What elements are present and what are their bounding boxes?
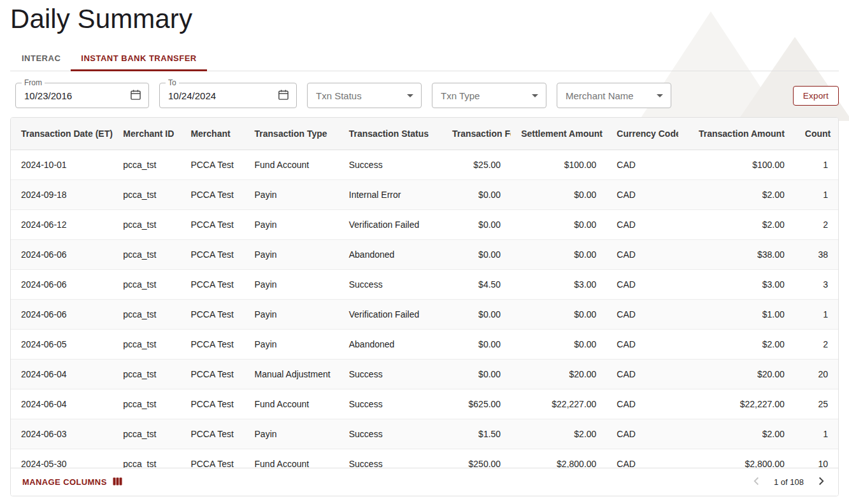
cell-currency-code: CAD [606, 329, 678, 359]
column-header-transaction-amount: Transaction Amount [678, 118, 795, 150]
cell-settlement-amount: $0.00 [511, 239, 606, 269]
cell-currency-code: CAD [606, 449, 678, 468]
cell-transaction-fee: $1.50 [442, 419, 511, 449]
cell-transaction-amount: $2.00 [678, 179, 795, 209]
column-header-transaction-date-et: Transaction Date (ET) [11, 118, 113, 150]
cell-transaction-type: Payin [245, 419, 339, 449]
cell-transaction-status: Abandoned [339, 239, 442, 269]
from-date-field[interactable]: From [15, 83, 149, 108]
column-header-count: Count [795, 118, 838, 150]
cell-transaction-amount: $3.00 [678, 269, 795, 299]
txn-status-select[interactable]: Txn Status [307, 83, 422, 108]
cell-currency-code: CAD [606, 299, 678, 329]
cell-count: 10 [795, 449, 838, 468]
cell-transaction-type: Manual Adjustment [245, 359, 339, 389]
table-row: 2024-06-05pcca_tstPCCA TestPayinAbandone… [11, 329, 838, 359]
to-date-field[interactable]: To [159, 83, 297, 108]
merchant-name-select[interactable]: Merchant Name [557, 83, 671, 108]
cell-count: 2 [795, 329, 838, 359]
pagination-next-button[interactable] [813, 473, 829, 491]
column-header-currency-code: Currency Code [606, 118, 678, 150]
cell-currency-code: CAD [606, 389, 678, 419]
tabbar: INTERACINSTANT BANK TRANSFER [10, 44, 839, 71]
cell-transaction-type: Payin [245, 239, 339, 269]
cell-transaction-date-et: 2024-05-30 [11, 449, 113, 468]
calendar-icon [277, 88, 290, 103]
column-header-merchant-id: Merchant ID [113, 118, 180, 150]
tab-interac[interactable]: INTERAC [11, 44, 71, 71]
chevron-down-icon [532, 94, 538, 97]
cell-transaction-fee: $0.00 [442, 299, 511, 329]
cell-count: 3 [795, 269, 838, 299]
calendar-icon [129, 88, 142, 103]
cell-settlement-amount: $22,227.00 [511, 389, 606, 419]
column-header-settlement-amount: Settlement Amount [511, 118, 606, 150]
pagination-prev-button[interactable] [748, 473, 765, 491]
cell-transaction-status: Success [339, 150, 442, 179]
cell-transaction-type: Payin [245, 209, 339, 239]
cell-transaction-fee: $4.50 [442, 269, 511, 299]
cell-transaction-status: Success [339, 359, 442, 389]
manage-columns-label: MANAGE COLUMNS [22, 477, 107, 487]
page-title: Daily Summary [10, 4, 839, 34]
table-row: 2024-06-06pcca_tstPCCA TestPayinVerifica… [11, 299, 838, 329]
cell-transaction-amount: $2.00 [678, 209, 795, 239]
cell-transaction-amount: $100.00 [678, 150, 795, 179]
to-calendar-button[interactable] [277, 88, 290, 103]
cell-transaction-fee: $0.00 [442, 209, 511, 239]
cell-currency-code: CAD [606, 179, 678, 209]
cell-merchant-id: pcca_tst [113, 209, 180, 239]
cell-merchant: PCCA Test [180, 419, 244, 449]
cell-merchant: PCCA Test [180, 179, 244, 209]
cell-settlement-amount: $0.00 [511, 299, 606, 329]
cell-currency-code: CAD [606, 209, 678, 239]
pagination-label: 1 of 108 [774, 477, 804, 487]
cell-transaction-type: Fund Account [245, 449, 339, 468]
cell-merchant: PCCA Test [180, 269, 244, 299]
table-row: 2024-06-04pcca_tstPCCA TestManual Adjust… [11, 359, 838, 389]
cell-settlement-amount: $0.00 [511, 209, 606, 239]
cell-settlement-amount: $20.00 [511, 359, 606, 389]
cell-transaction-amount: $22,227.00 [678, 389, 795, 419]
columns-icon [113, 477, 122, 488]
export-button[interactable]: Export [793, 86, 839, 106]
cell-transaction-fee: $25.00 [442, 150, 511, 179]
cell-transaction-amount: $1.00 [678, 299, 795, 329]
cell-transaction-date-et: 2024-10-01 [11, 150, 113, 179]
cell-currency-code: CAD [606, 419, 678, 449]
cell-settlement-amount: $100.00 [511, 150, 606, 179]
cell-transaction-date-et: 2024-06-04 [11, 359, 113, 389]
table-row: 2024-10-01pcca_tstPCCA TestFund AccountS… [11, 150, 838, 179]
from-date-input[interactable] [24, 90, 129, 101]
daily-summary-page: Daily Summary INTERACINSTANT BANK TRANSF… [0, 4, 849, 496]
transactions-table: Transaction Date (ET)Merchant IDMerchant… [11, 118, 838, 468]
column-header-transaction-fee: Transaction Fee [442, 118, 511, 150]
transactions-card: Transaction Date (ET)Merchant IDMerchant… [10, 117, 839, 496]
column-header-merchant: Merchant [180, 118, 244, 150]
chevron-left-icon [750, 474, 764, 490]
to-date-input[interactable] [168, 90, 277, 101]
table-viewport[interactable]: Transaction Date (ET)Merchant IDMerchant… [11, 118, 838, 468]
header-row: Transaction Date (ET)Merchant IDMerchant… [11, 118, 838, 150]
cell-merchant-id: pcca_tst [113, 389, 180, 419]
from-calendar-button[interactable] [129, 88, 142, 103]
cell-merchant-id: pcca_tst [113, 269, 180, 299]
cell-merchant: PCCA Test [180, 389, 244, 419]
cell-settlement-amount: $0.00 [511, 179, 606, 209]
chevron-right-icon [814, 474, 828, 490]
cell-transaction-amount: $2,800.00 [678, 449, 795, 468]
table-row: 2024-06-06pcca_tstPCCA TestPayinAbandone… [11, 239, 838, 269]
txn-type-select[interactable]: Txn Type [432, 83, 546, 108]
cell-transaction-type: Payin [245, 179, 339, 209]
manage-columns-button[interactable]: MANAGE COLUMNS [22, 474, 127, 491]
table-body: 2024-10-01pcca_tstPCCA TestFund AccountS… [11, 150, 838, 468]
cell-transaction-status: Success [339, 269, 442, 299]
cell-transaction-type: Payin [245, 269, 339, 299]
cell-transaction-fee: $0.00 [442, 239, 511, 269]
cell-transaction-date-et: 2024-06-06 [11, 239, 113, 269]
cell-count: 1 [795, 299, 838, 329]
cell-currency-code: CAD [606, 359, 678, 389]
tab-instant-bank-transfer[interactable]: INSTANT BANK TRANSFER [71, 44, 206, 71]
cell-transaction-fee: $0.00 [442, 359, 511, 389]
pagination: 1 of 108 [748, 473, 829, 491]
